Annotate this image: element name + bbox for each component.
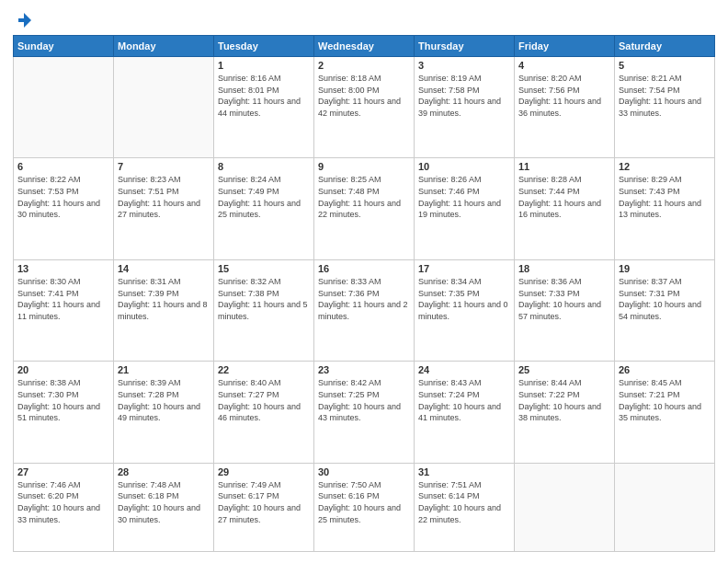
day-number: 21: [118, 364, 210, 375]
calendar-cell: 2Sunrise: 8:18 AM Sunset: 8:00 PM Daylig…: [314, 57, 415, 158]
day-number: 29: [218, 466, 310, 477]
day-of-week-header: Sunday: [14, 36, 114, 57]
day-number: 16: [318, 263, 410, 274]
day-info: Sunrise: 8:36 AM Sunset: 7:33 PM Dayligh…: [518, 276, 610, 322]
calendar-cell: [515, 463, 615, 551]
day-number: 14: [118, 263, 210, 274]
day-info: Sunrise: 8:28 AM Sunset: 7:44 PM Dayligh…: [518, 174, 610, 220]
day-info: Sunrise: 8:21 AM Sunset: 7:54 PM Dayligh…: [619, 73, 711, 119]
day-info: Sunrise: 8:44 AM Sunset: 7:22 PM Dayligh…: [518, 377, 610, 423]
calendar-week-row: 6Sunrise: 8:22 AM Sunset: 7:53 PM Daylig…: [14, 158, 715, 259]
day-number: 15: [218, 263, 310, 274]
day-number: 23: [318, 364, 410, 375]
day-info: Sunrise: 7:48 AM Sunset: 6:18 PM Dayligh…: [118, 479, 210, 525]
day-number: 20: [17, 364, 109, 375]
calendar-cell: 18Sunrise: 8:36 AM Sunset: 7:33 PM Dayli…: [515, 259, 615, 361]
day-info: Sunrise: 8:42 AM Sunset: 7:25 PM Dayligh…: [318, 377, 410, 423]
day-info: Sunrise: 8:37 AM Sunset: 7:31 PM Dayligh…: [619, 276, 711, 322]
header: [13, 11, 715, 29]
page: SundayMondayTuesdayWednesdayThursdayFrid…: [0, 0, 728, 563]
day-info: Sunrise: 8:32 AM Sunset: 7:38 PM Dayligh…: [218, 276, 310, 322]
day-number: 31: [418, 466, 510, 477]
calendar-cell: 12Sunrise: 8:29 AM Sunset: 7:43 PM Dayli…: [615, 158, 715, 259]
logo-flag-icon: [15, 11, 33, 29]
day-number: 19: [619, 263, 711, 274]
day-of-week-header: Monday: [114, 36, 214, 57]
day-info: Sunrise: 8:40 AM Sunset: 7:27 PM Dayligh…: [218, 377, 310, 423]
day-number: 27: [17, 466, 109, 477]
day-info: Sunrise: 8:23 AM Sunset: 7:51 PM Dayligh…: [118, 174, 210, 220]
calendar-cell: 7Sunrise: 8:23 AM Sunset: 7:51 PM Daylig…: [114, 158, 214, 259]
calendar-week-row: 20Sunrise: 8:38 AM Sunset: 7:30 PM Dayli…: [14, 362, 715, 463]
day-number: 22: [218, 364, 310, 375]
day-info: Sunrise: 7:49 AM Sunset: 6:17 PM Dayligh…: [218, 479, 310, 525]
calendar-cell: 3Sunrise: 8:19 AM Sunset: 7:58 PM Daylig…: [415, 57, 515, 158]
day-number: 8: [218, 161, 310, 172]
day-info: Sunrise: 7:46 AM Sunset: 6:20 PM Dayligh…: [17, 479, 109, 525]
day-info: Sunrise: 8:33 AM Sunset: 7:36 PM Dayligh…: [318, 276, 410, 322]
calendar-cell: 8Sunrise: 8:24 AM Sunset: 7:49 PM Daylig…: [214, 158, 314, 259]
calendar-cell: 23Sunrise: 8:42 AM Sunset: 7:25 PM Dayli…: [314, 362, 415, 463]
calendar-cell: 25Sunrise: 8:44 AM Sunset: 7:22 PM Dayli…: [515, 362, 615, 463]
calendar-table: SundayMondayTuesdayWednesdayThursdayFrid…: [13, 35, 715, 552]
day-number: 30: [318, 466, 410, 477]
day-info: Sunrise: 8:26 AM Sunset: 7:46 PM Dayligh…: [418, 174, 510, 220]
day-of-week-header: Wednesday: [314, 36, 415, 57]
day-number: 28: [118, 466, 210, 477]
calendar-cell: 1Sunrise: 8:16 AM Sunset: 8:01 PM Daylig…: [214, 57, 314, 158]
calendar-cell: 11Sunrise: 8:28 AM Sunset: 7:44 PM Dayli…: [515, 158, 615, 259]
calendar-cell: 6Sunrise: 8:22 AM Sunset: 7:53 PM Daylig…: [14, 158, 114, 259]
day-number: 25: [518, 364, 610, 375]
day-number: 6: [17, 161, 109, 172]
day-number: 1: [218, 60, 310, 71]
day-info: Sunrise: 8:24 AM Sunset: 7:49 PM Dayligh…: [218, 174, 310, 220]
calendar-cell: [114, 57, 214, 158]
day-number: 26: [619, 364, 711, 375]
day-of-week-header: Thursday: [415, 36, 515, 57]
calendar-cell: 30Sunrise: 7:50 AM Sunset: 6:16 PM Dayli…: [314, 463, 415, 551]
calendar-cell: 24Sunrise: 8:43 AM Sunset: 7:24 PM Dayli…: [415, 362, 515, 463]
day-number: 17: [418, 263, 510, 274]
day-number: 11: [518, 161, 610, 172]
day-info: Sunrise: 8:34 AM Sunset: 7:35 PM Dayligh…: [418, 276, 510, 322]
calendar-week-row: 13Sunrise: 8:30 AM Sunset: 7:41 PM Dayli…: [14, 259, 715, 361]
day-number: 13: [17, 263, 109, 274]
day-number: 9: [318, 161, 410, 172]
day-number: 18: [518, 263, 610, 274]
day-number: 12: [619, 161, 711, 172]
logo: [13, 11, 33, 29]
day-info: Sunrise: 8:16 AM Sunset: 8:01 PM Dayligh…: [218, 73, 310, 119]
calendar-header-row: SundayMondayTuesdayWednesdayThursdayFrid…: [14, 36, 715, 57]
day-number: 2: [318, 60, 410, 71]
day-number: 7: [118, 161, 210, 172]
day-info: Sunrise: 8:18 AM Sunset: 8:00 PM Dayligh…: [318, 73, 410, 119]
day-of-week-header: Tuesday: [214, 36, 314, 57]
day-info: Sunrise: 8:45 AM Sunset: 7:21 PM Dayligh…: [619, 377, 711, 423]
calendar-cell: 13Sunrise: 8:30 AM Sunset: 7:41 PM Dayli…: [14, 259, 114, 361]
day-number: 10: [418, 161, 510, 172]
day-of-week-header: Friday: [515, 36, 615, 57]
calendar-cell: 20Sunrise: 8:38 AM Sunset: 7:30 PM Dayli…: [14, 362, 114, 463]
calendar-cell: 10Sunrise: 8:26 AM Sunset: 7:46 PM Dayli…: [415, 158, 515, 259]
calendar-week-row: 1Sunrise: 8:16 AM Sunset: 8:01 PM Daylig…: [14, 57, 715, 158]
day-info: Sunrise: 8:20 AM Sunset: 7:56 PM Dayligh…: [518, 73, 610, 119]
day-number: 24: [418, 364, 510, 375]
day-number: 5: [619, 60, 711, 71]
calendar-cell: 14Sunrise: 8:31 AM Sunset: 7:39 PM Dayli…: [114, 259, 214, 361]
svg-marker-0: [18, 13, 31, 28]
day-of-week-header: Saturday: [615, 36, 715, 57]
calendar-cell: 28Sunrise: 7:48 AM Sunset: 6:18 PM Dayli…: [114, 463, 214, 551]
day-number: 3: [418, 60, 510, 71]
calendar-cell: 21Sunrise: 8:39 AM Sunset: 7:28 PM Dayli…: [114, 362, 214, 463]
day-info: Sunrise: 7:50 AM Sunset: 6:16 PM Dayligh…: [318, 479, 410, 525]
calendar-cell: 29Sunrise: 7:49 AM Sunset: 6:17 PM Dayli…: [214, 463, 314, 551]
day-info: Sunrise: 8:43 AM Sunset: 7:24 PM Dayligh…: [418, 377, 510, 423]
day-number: 4: [518, 60, 610, 71]
calendar-cell: 17Sunrise: 8:34 AM Sunset: 7:35 PM Dayli…: [415, 259, 515, 361]
calendar-cell: 31Sunrise: 7:51 AM Sunset: 6:14 PM Dayli…: [415, 463, 515, 551]
calendar-cell: [14, 57, 114, 158]
day-info: Sunrise: 8:29 AM Sunset: 7:43 PM Dayligh…: [619, 174, 711, 220]
calendar-cell: 22Sunrise: 8:40 AM Sunset: 7:27 PM Dayli…: [214, 362, 314, 463]
day-info: Sunrise: 8:22 AM Sunset: 7:53 PM Dayligh…: [17, 174, 109, 220]
day-info: Sunrise: 8:39 AM Sunset: 7:28 PM Dayligh…: [118, 377, 210, 423]
